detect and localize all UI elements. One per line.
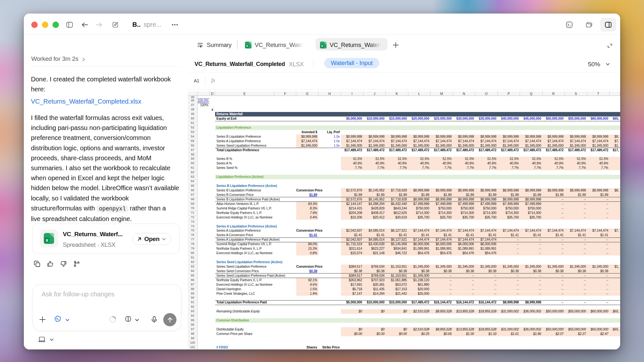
svg-text:x: x [321, 44, 323, 48]
svg-text:x: x [46, 237, 49, 243]
svg-text:x: x [246, 44, 248, 48]
